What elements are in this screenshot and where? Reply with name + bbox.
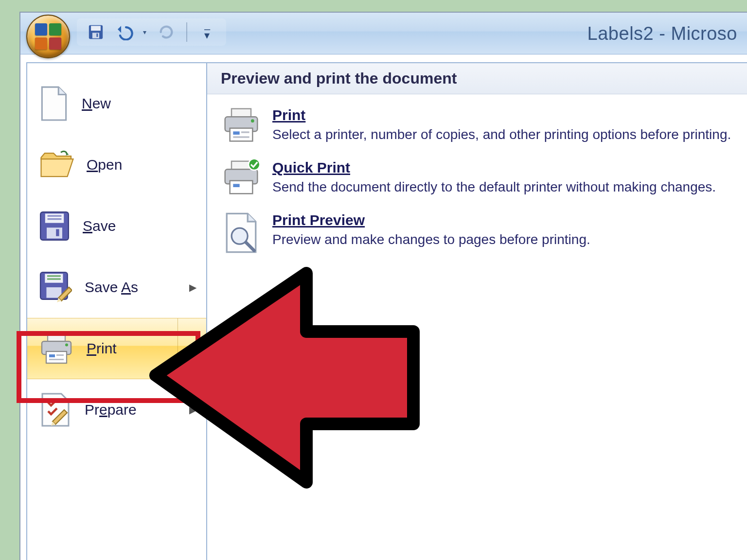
svg-rect-2 <box>92 33 99 38</box>
save-icon[interactable] <box>86 22 106 42</box>
menu-item-label: Print <box>87 340 117 357</box>
print-option-title: Print <box>272 107 732 123</box>
redo-icon[interactable] <box>156 22 177 42</box>
print-option-desc: Select a printer, number of copies, and … <box>272 125 732 144</box>
svg-rect-14 <box>46 287 61 298</box>
print-option-title: Quick Print <box>272 159 732 176</box>
prepare-icon <box>39 392 72 427</box>
print-option-title: Print Preview <box>272 212 732 228</box>
svg-point-17 <box>65 344 68 347</box>
svg-rect-13 <box>47 278 61 280</box>
open-folder-icon <box>39 150 74 180</box>
menu-item-new[interactable]: New <box>27 73 206 134</box>
undo-dropdown-icon[interactable]: ▾ <box>143 28 146 36</box>
svg-rect-9 <box>56 229 59 236</box>
panel-header: Preview and print the document <box>207 63 747 94</box>
menu-right-pane: Preview and print the document Print Sel… <box>207 63 747 560</box>
svg-rect-22 <box>231 109 251 117</box>
svg-rect-6 <box>48 215 62 217</box>
new-document-icon <box>39 86 69 122</box>
svg-rect-21 <box>49 359 64 360</box>
svg-rect-12 <box>47 275 61 277</box>
print-option-quick-print[interactable]: Quick Print Send the document directly t… <box>219 155 735 203</box>
quick-access-toolbar: ▾ –▾ <box>77 18 226 46</box>
menu-item-print[interactable]: Print ▶ <box>27 318 206 379</box>
print-option-desc: Preview and make changes to pages before… <box>272 230 732 249</box>
svg-rect-20 <box>56 354 64 356</box>
menu-item-label: Save As <box>85 279 138 296</box>
menu-item-prepare[interactable]: Prepare ▶ <box>27 379 206 440</box>
svg-rect-1 <box>91 26 101 31</box>
quick-print-icon <box>222 159 261 198</box>
svg-rect-32 <box>233 184 239 187</box>
print-option-print[interactable]: Print Select a printer, number of copies… <box>219 102 735 151</box>
svg-rect-15 <box>48 334 65 341</box>
menu-item-save-as[interactable]: Save As ▶ <box>27 257 206 318</box>
svg-rect-28 <box>233 136 249 138</box>
svg-rect-19 <box>49 354 55 357</box>
menu-item-open[interactable]: Open <box>27 134 206 195</box>
window-frame: ▾ –▾ Labels2 - Microso New <box>19 12 747 560</box>
submenu-arrow-icon: ▶ <box>189 343 196 354</box>
submenu-arrow-icon: ▶ <box>189 404 196 416</box>
svg-point-24 <box>251 119 254 122</box>
svg-rect-27 <box>241 131 249 133</box>
printer-icon <box>222 107 261 146</box>
undo-icon[interactable] <box>116 22 136 42</box>
office-button[interactable] <box>26 15 70 58</box>
submenu-arrow-icon: ▶ <box>189 281 196 293</box>
menu-item-label: New <box>82 95 111 112</box>
menu-item-label: Open <box>87 157 122 173</box>
print-options-list: Print Select a printer, number of copies… <box>207 94 747 263</box>
svg-rect-3 <box>96 34 98 37</box>
menu-item-save[interactable]: Save <box>27 195 206 257</box>
svg-rect-7 <box>48 218 62 220</box>
customize-qat-icon[interactable]: –▾ <box>197 22 217 42</box>
qat-separator <box>186 22 187 42</box>
titlebar: ▾ –▾ Labels2 - Microso <box>20 13 747 54</box>
svg-rect-26 <box>233 131 239 135</box>
svg-rect-8 <box>47 228 62 238</box>
printer-icon <box>39 332 74 365</box>
menu-item-label: Save <box>83 218 116 234</box>
menu-left-pane: New Open Save Save As ▶ <box>27 63 207 560</box>
menu-item-label: Prepare <box>85 402 137 418</box>
print-option-preview[interactable]: Print Preview Preview and make changes t… <box>219 207 735 256</box>
office-logo-icon <box>35 23 61 50</box>
print-option-desc: Send the document directly to the defaul… <box>272 178 732 196</box>
office-menu: New Open Save Save As ▶ <box>26 62 747 560</box>
window-title: Labels2 - Microso <box>587 23 737 44</box>
print-preview-icon <box>222 212 261 251</box>
save-floppy-icon <box>39 210 70 242</box>
save-as-icon <box>39 271 72 304</box>
